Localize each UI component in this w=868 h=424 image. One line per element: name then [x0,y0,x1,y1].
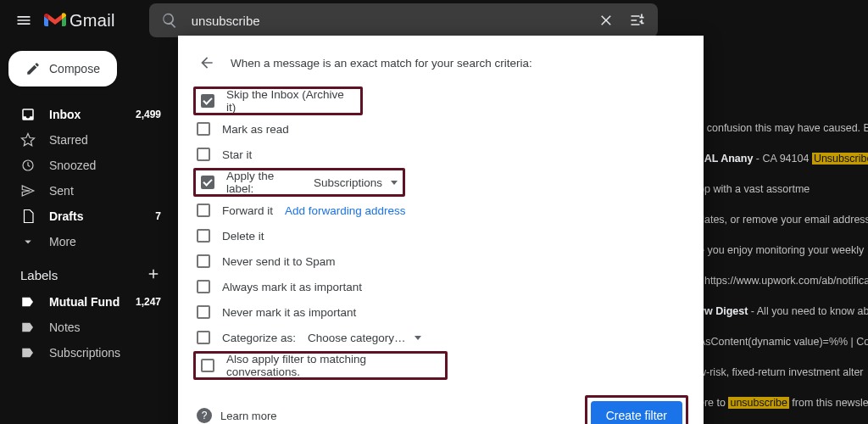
inbox-count: 2,499 [136,109,161,120]
sidebar: Compose Inbox 2,499 Starred Snoozed Sent… [0,41,178,424]
drafts-icon [20,209,36,224]
chevron-down-icon [391,181,398,185]
create-filter-button[interactable]: Create filter [591,401,682,424]
checkbox-never-spam[interactable] [197,254,210,268]
background-mail-snippets: y confusion this may have caused. Be | A… [698,41,868,424]
nav-label: More [49,235,76,248]
sent-icon [20,183,36,198]
label-icon [20,345,36,360]
label-count: 1,247 [136,296,161,308]
sidebar-item-more[interactable]: More [7,229,171,254]
checkbox-forward-it[interactable] [197,204,210,217]
nav-label: Sent [49,184,74,198]
opt-always-important: Always mark it as important [222,281,362,293]
search-input[interactable] [186,14,590,28]
chevron-down-icon [415,336,421,340]
checkbox-skip-inbox[interactable] [201,94,214,108]
label-text: Mutual Fund [49,295,120,309]
checkbox-apply-label[interactable] [201,176,214,189]
label-subscriptions[interactable]: Subscriptions [7,340,171,365]
inbox-icon [20,107,36,122]
create-filter-panel: When a message is an exact match for you… [178,36,704,424]
opt-never-important: Never mark it as important [222,306,356,319]
opt-skip-inbox: Skip the Inbox (Archive it) [226,88,355,114]
compose-button[interactable]: Compose [8,51,117,86]
opt-also-apply: Also apply filter to matching conversati… [226,353,440,378]
search-options-icon[interactable] [624,7,651,34]
category-dropdown[interactable]: Choose category… [308,332,421,344]
label-icon [20,294,36,310]
opt-apply-label: Apply the label: [226,170,302,195]
sidebar-item-snoozed[interactable]: Snoozed [7,153,171,178]
label-icon [20,320,36,335]
chevron-down-icon [20,234,36,249]
sidebar-item-sent[interactable]: Sent [7,178,171,204]
sidebar-item-inbox[interactable]: Inbox 2,499 [7,102,171,127]
label-mutual-fund[interactable]: Mutual Fund 1,247 [7,289,171,315]
gmail-logo[interactable]: Gmail [44,11,115,31]
filter-title: When a message is an exact match for you… [231,57,532,70]
learn-more-link[interactable]: Learn more [220,410,276,422]
add-label-button[interactable] [146,266,161,284]
drafts-count: 7 [155,210,161,222]
star-icon [20,132,36,148]
nav-label: Drafts [49,209,83,223]
add-forwarding-link[interactable]: Add forwarding address [285,204,406,217]
checkbox-also-apply[interactable] [201,359,214,372]
opt-star-it: Star it [222,148,252,161]
search-bar[interactable] [149,3,658,37]
clear-search-icon[interactable] [593,7,620,34]
checkbox-star-it[interactable] [197,148,210,161]
nav-label: Starred [49,133,88,147]
sidebar-item-drafts[interactable]: Drafts 7 [7,204,171,229]
gmail-icon [44,12,66,29]
opt-forward-it: Forward it [222,204,273,217]
opt-delete-it: Delete it [222,230,264,243]
label-text: Subscriptions [49,346,120,360]
sidebar-item-starred[interactable]: Starred [7,127,171,153]
search-icon[interactable] [156,7,183,34]
gmail-wordmark: Gmail [70,11,115,31]
opt-never-spam: Never send it to Spam [222,255,336,268]
checkbox-always-important[interactable] [197,280,210,293]
help-icon[interactable]: ? [197,408,212,423]
checkbox-mark-read[interactable] [197,122,210,136]
label-dropdown[interactable]: Subscriptions [314,176,398,189]
back-button[interactable] [195,51,219,75]
opt-mark-read: Mark as read [222,123,289,136]
checkbox-categorize-as[interactable] [197,331,210,344]
nav-label: Inbox [49,108,81,121]
checkbox-never-important[interactable] [197,305,210,319]
main-menu-button[interactable] [7,3,41,37]
compose-label: Compose [49,62,100,75]
label-notes[interactable]: Notes [7,315,171,340]
checkbox-delete-it[interactable] [197,229,210,243]
labels-header: Labels [20,268,58,282]
clock-icon [20,158,36,173]
label-text: Notes [49,321,81,334]
nav-label: Snoozed [49,159,96,172]
opt-categorize-as: Categorize as: [222,332,296,344]
